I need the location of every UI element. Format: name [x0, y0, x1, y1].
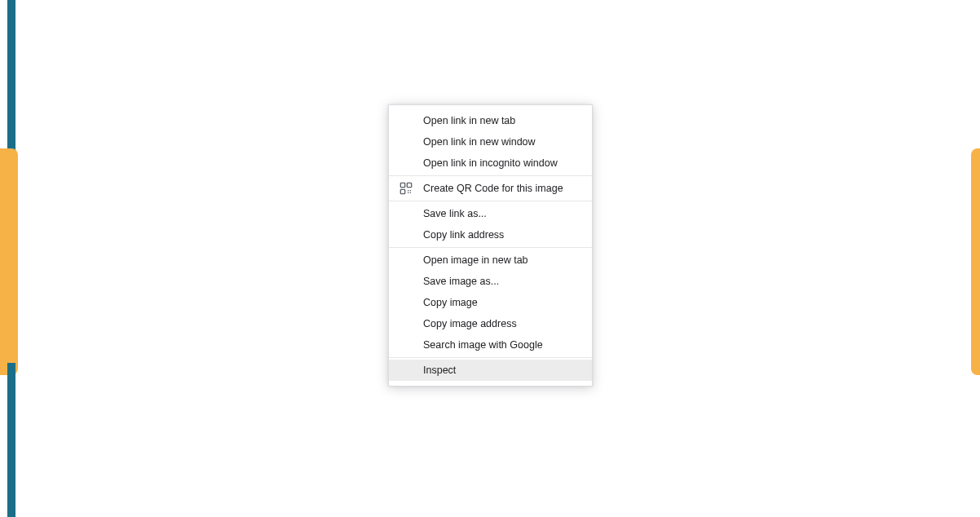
menu-item-open-link-new-window[interactable]: Open link in new window	[389, 131, 592, 152]
menu-item-label: Copy image address	[423, 318, 517, 329]
decor-left-teal-top	[7, 0, 15, 163]
menu-item-save-image-as[interactable]: Save image as...	[389, 271, 592, 292]
menu-item-label: Save link as...	[423, 208, 487, 219]
menu-section: Open image in new tab Save image as... C…	[389, 247, 592, 357]
decor-right-orange	[971, 148, 980, 375]
menu-item-copy-image[interactable]: Copy image	[389, 292, 592, 313]
menu-item-label: Open link in new tab	[423, 115, 515, 126]
menu-item-open-link-incognito[interactable]: Open link in incognito window	[389, 152, 592, 174]
svg-rect-3	[408, 190, 408, 191]
menu-item-search-image-google[interactable]: Search image with Google	[389, 334, 592, 356]
menu-item-save-link-as[interactable]: Save link as...	[389, 203, 592, 224]
svg-rect-5	[408, 192, 408, 193]
menu-item-inspect[interactable]: Inspect	[389, 360, 592, 381]
menu-item-label: Inspect	[423, 365, 456, 376]
menu-item-label: Save image as...	[423, 276, 499, 287]
menu-item-label: Search image with Google	[423, 339, 543, 351]
menu-section: Open link in new tab Open link in new wi…	[389, 108, 592, 175]
decor-left-orange	[0, 148, 18, 375]
svg-rect-6	[410, 192, 411, 193]
menu-item-label: Open link in new window	[423, 136, 536, 148]
svg-rect-4	[410, 190, 411, 191]
menu-section: Create QR Code for this image	[389, 175, 592, 201]
menu-item-label: Copy link address	[423, 229, 504, 241]
qr-icon	[399, 181, 413, 196]
svg-rect-0	[400, 183, 404, 187]
context-menu: Open link in new tab Open link in new wi…	[388, 104, 593, 387]
menu-item-open-image-new-tab[interactable]: Open image in new tab	[389, 250, 592, 271]
menu-section: Save link as... Copy link address	[389, 201, 592, 247]
menu-section: Inspect	[389, 357, 592, 382]
decor-left-teal-bottom	[7, 363, 15, 517]
menu-item-copy-link-address[interactable]: Copy link address	[389, 224, 592, 245]
menu-item-label: Open image in new tab	[423, 254, 528, 266]
svg-rect-1	[407, 183, 411, 187]
menu-item-open-link-new-tab[interactable]: Open link in new tab	[389, 110, 592, 131]
menu-item-label: Create QR Code for this image	[423, 183, 563, 194]
menu-item-label: Open link in incognito window	[423, 157, 558, 169]
menu-item-copy-image-address[interactable]: Copy image address	[389, 313, 592, 334]
menu-item-create-qr-code[interactable]: Create QR Code for this image	[389, 178, 592, 199]
menu-item-label: Copy image	[423, 297, 478, 308]
svg-rect-2	[400, 189, 404, 193]
